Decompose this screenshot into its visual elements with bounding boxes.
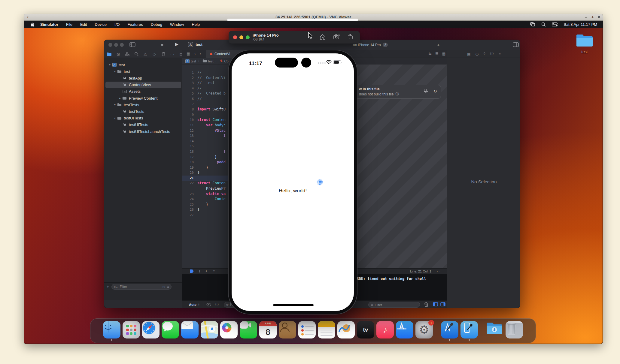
add-tab-button[interactable]: + [437,42,440,47]
vnc-dropdown-arrow[interactable]: ▾ [27,16,29,19]
folder-icon[interactable] [107,52,112,56]
breadcrumb-item[interactable]: Atest [185,59,196,63]
test-diamond-icon[interactable]: ◇ [152,52,157,57]
stage-manager-icon[interactable] [530,22,535,26]
apple-menu-icon[interactable] [31,22,35,27]
disclosure-triangle[interactable]: ▾ [108,63,112,66]
nav-item-test[interactable]: ▾test [105,68,181,75]
accessibility-inspector-icon[interactable]: ⓘ [490,51,494,56]
xcode-minimize-button[interactable] [114,43,118,47]
control-center-icon[interactable] [552,23,558,26]
quicklook-info-icon[interactable]: ⓘ [215,302,219,307]
breakpoints-toggle-icon[interactable] [190,269,194,273]
eye-icon[interactable] [206,303,211,306]
breadcrumb-item[interactable]: test [202,59,214,63]
variables-view-mode[interactable]: Auto [189,303,196,306]
code-review-icon[interactable]: ⇆ [429,52,432,56]
nav-item-assets[interactable]: Assets [105,88,181,95]
navigator-add-button[interactable]: + [107,284,109,289]
editor-layout-icon[interactable]: ▦ [442,52,445,56]
recent-clock-icon[interactable]: ◷ [163,285,165,288]
dock-icon-trash[interactable] [506,321,523,340]
vnc-toolbar-peek[interactable] [227,19,358,21]
menu-item-help[interactable]: Help [192,22,200,27]
menu-item-i-o[interactable]: I/O [114,22,120,27]
dock-icon-music[interactable]: ♪ [376,321,394,340]
nav-item-testuitests[interactable]: testUITests [105,122,181,128]
xcode-close-button[interactable] [108,43,112,47]
editor-options[interactable]: ⇆☰▦ [429,52,445,56]
forward-button[interactable]: › [200,52,201,56]
rotate-icon[interactable] [348,34,354,40]
nav-item-test[interactable]: ▾Atest [105,62,181,68]
dock-icon-freeform[interactable] [337,321,355,340]
screenshot-icon[interactable] [333,34,340,40]
simulator-minimize-button[interactable] [239,35,243,39]
iphone-screen[interactable]: 11:17 [232,53,354,311]
menu-bar-clock[interactable]: Sat 8 Apr 11:17 PM [564,22,597,27]
variables-panel-toggle[interactable] [433,302,438,306]
dock-icon-contacts[interactable] [279,321,296,340]
xcode-zoom-button[interactable] [120,43,124,47]
dock-icon-xcode[interactable] [441,321,458,340]
navigator-filter-field[interactable]: ≡⌄ Filter ◷ ⊞ [111,284,172,290]
menu-item-features[interactable]: Features [127,22,143,27]
desktop-folder-test[interactable]: test [573,34,597,54]
nav-item-testapp[interactable]: testApp [105,75,181,81]
info-icon[interactable]: ⓘ [395,92,399,97]
nav-item-contentview[interactable]: ContentView [105,82,181,88]
menu-item-window[interactable]: Window [170,22,184,27]
disclosure-triangle[interactable]: ▸ [118,97,122,100]
console-panel-toggle[interactable] [440,302,445,306]
spray-icon[interactable] [161,52,166,56]
dock-icon-downloads[interactable] [486,321,503,340]
back-button[interactable]: ‹ [194,52,196,56]
simulator-zoom-button[interactable] [246,35,250,39]
dock-icon-calendar[interactable]: APR8 [259,321,277,340]
home-indicator[interactable] [273,304,314,306]
run-destination[interactable]: on iPhone 14 Pro 2 [353,43,398,47]
history-inspector-icon[interactable]: ◷ [476,52,479,56]
dock-icon-reminders[interactable] [298,321,316,340]
disclosure-triangle[interactable]: ▾ [113,70,117,73]
nav-item-testuitests[interactable]: ▾testUITests [105,115,181,122]
tag-icon[interactable]: ▭ [170,52,175,57]
warning-icon[interactable]: ⚠ [143,52,148,57]
sidebar-toggle-icon[interactable] [129,42,135,47]
refresh-preview-icon[interactable]: ↻ [433,89,437,94]
related-items-icon[interactable]: ▦ [187,52,190,56]
simulator-close-button[interactable] [233,35,237,39]
dock-icon-notes[interactable] [318,321,335,340]
hierarchy-icon[interactable] [125,52,130,56]
file-inspector-icon[interactable]: ▤ [467,52,470,56]
menu-item-debug[interactable]: Debug [151,22,162,27]
disclosure-triangle[interactable]: ▾ [113,117,117,120]
nav-item-testtests[interactable]: testTests [105,108,181,115]
project-tab[interactable]: A test [188,42,202,47]
spotlight-search-icon[interactable] [541,22,546,27]
scm-filter-icon[interactable]: ⊞ [167,285,169,288]
dock-icon-launchpad[interactable] [123,321,140,340]
menu-item-file[interactable]: File [66,22,72,27]
xbox-icon[interactable]: ⊠ [116,52,121,57]
step-over-icon[interactable]: ↧ [205,269,208,273]
dock-icon-safari[interactable] [142,321,160,340]
dock-icon-simulator[interactable] [460,321,478,340]
dock-icon-appletv[interactable]: tv [357,321,374,340]
step-out-icon[interactable]: ↥ [213,269,215,273]
menu-item-edit[interactable]: Edit [80,22,87,27]
search-icon[interactable] [134,52,139,56]
clear-console-icon[interactable] [424,302,428,307]
dock-icon-maps[interactable] [201,321,218,340]
dock-icon-photos[interactable] [220,321,238,340]
console-filter-field[interactable]: ⊜Filter [368,302,420,308]
nav-item-preview-content[interactable]: ▸Preview Content [105,95,181,101]
debug-panel-toggle-icon[interactable]: ▭ [437,269,440,273]
home-button-icon[interactable] [319,34,326,40]
dock-icon-appstore[interactable] [396,321,413,340]
diagnostics-icon[interactable] [423,89,428,94]
nav-item-testtests[interactable]: ▾testTests [105,101,181,108]
menu-item-simulator[interactable]: Simulator [40,22,58,27]
nav-item-testuitestslaunchtests[interactable]: testUITestsLaunchTests [105,128,181,135]
run-button[interactable]: ▶ [175,42,178,47]
